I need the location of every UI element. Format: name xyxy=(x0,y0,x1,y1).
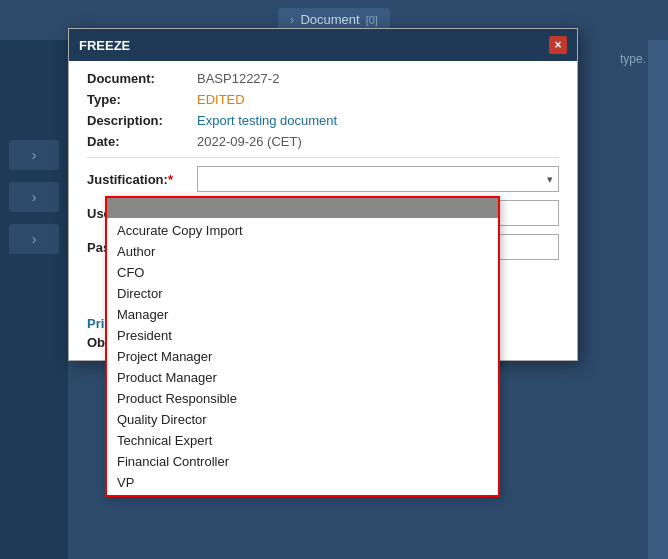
dropdown-list: Accurate Copy ImportAuthorCFODirectorMan… xyxy=(107,218,498,495)
sidebar-right xyxy=(648,40,668,559)
dropdown-item[interactable]: Accurate Copy Import xyxy=(107,220,498,241)
dropdown-item[interactable]: Product Manager xyxy=(107,367,498,388)
type-row: Type: EDITED xyxy=(87,92,559,107)
document-row: Document: BASP12227-2 xyxy=(87,71,559,86)
sidebar-item-1[interactable]: › xyxy=(9,140,59,170)
dropdown-header xyxy=(107,198,498,218)
dropdown-item[interactable]: Manager xyxy=(107,304,498,325)
date-label: Date: xyxy=(87,134,197,149)
dropdown-item[interactable]: Project Manager xyxy=(107,346,498,367)
date-value: 2022-09-26 (CET) xyxy=(197,134,302,149)
dropdown-item[interactable]: President xyxy=(107,325,498,346)
tab-count: [0] xyxy=(366,14,378,26)
justification-row: Justification:* ▾ xyxy=(87,166,559,192)
dropdown-item[interactable]: Author xyxy=(107,241,498,262)
sidebar-left: › › › xyxy=(0,40,68,559)
dropdown-item[interactable]: Technical Expert xyxy=(107,430,498,451)
dropdown-item[interactable]: CFO xyxy=(107,262,498,283)
type-value: EDITED xyxy=(197,92,245,107)
justification-label: Justification:* xyxy=(87,172,197,187)
date-row: Date: 2022-09-26 (CET) xyxy=(87,134,559,149)
modal-title: FREEZE xyxy=(79,38,130,53)
justification-select[interactable] xyxy=(197,166,559,192)
document-label: Document: xyxy=(87,71,197,86)
dropdown-item[interactable]: VP xyxy=(107,472,498,493)
justification-select-wrapper: ▾ xyxy=(197,166,559,192)
tab-chevron: › xyxy=(290,12,294,27)
document-value: BASP12227-2 xyxy=(197,71,279,86)
description-row: Description: Export testing document xyxy=(87,113,559,128)
modal-close-button[interactable]: × xyxy=(549,36,567,54)
type-hint: type. xyxy=(620,52,646,66)
justification-dropdown: Accurate Copy ImportAuthorCFODirectorMan… xyxy=(105,196,500,497)
description-label: Description: xyxy=(87,113,197,128)
sidebar-item-2[interactable]: › xyxy=(9,182,59,212)
type-label: Type: xyxy=(87,92,197,107)
tab-label[interactable]: Document xyxy=(300,12,359,27)
dropdown-item[interactable]: Director xyxy=(107,283,498,304)
dropdown-item[interactable]: Product Responsible xyxy=(107,388,498,409)
dropdown-item[interactable]: Quality Director xyxy=(107,409,498,430)
sidebar-item-3[interactable]: › xyxy=(9,224,59,254)
divider xyxy=(87,157,559,158)
modal-header: FREEZE × xyxy=(69,29,577,61)
dropdown-item[interactable]: Financial Controller xyxy=(107,451,498,472)
description-value: Export testing document xyxy=(197,113,337,128)
